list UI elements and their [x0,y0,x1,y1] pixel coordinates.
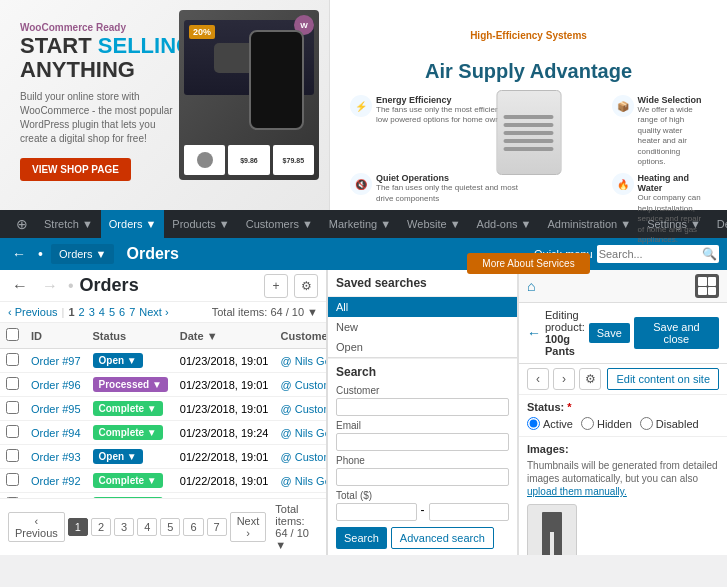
page-btn-4[interactable]: 4 [137,518,157,536]
filter-page-4[interactable]: 4 [99,306,105,318]
page-btn-7[interactable]: 7 [207,518,227,536]
save-close-button[interactable]: Save and close [634,317,719,349]
row-customer[interactable]: @ Nils George [275,349,327,373]
orders-forward-button[interactable]: → [38,275,62,297]
row-checkbox[interactable] [0,421,25,445]
status-badge: Complete ▼ [93,425,163,440]
saved-search-item[interactable]: All [328,297,517,317]
filter-page-2[interactable]: 2 [79,306,85,318]
home-icon[interactable]: ⌂ [527,278,535,294]
row-id[interactable]: Order #94 [25,421,87,445]
next-page-btn[interactable]: Next › [230,512,267,542]
search-button[interactable]: Search [336,527,387,549]
phone-input[interactable] [336,468,509,486]
prev-page-btn[interactable]: ‹ Previous [8,512,65,542]
total-min-input[interactable] [336,503,417,521]
more-info-button[interactable]: More About Services [467,253,589,274]
col-customer[interactable]: Customer [275,323,327,349]
email-input[interactable] [336,433,509,451]
admin-bar-orders[interactable]: Orders ▼ [101,210,165,238]
row-checkbox[interactable] [0,397,25,421]
orders-add-button[interactable]: + [264,274,288,298]
filter-page-7[interactable]: 7 [129,306,135,318]
filter-next[interactable]: Next › [139,306,168,318]
status-disabled-radio[interactable]: Disabled [640,417,699,430]
row-id[interactable]: Order #96 [25,373,87,397]
product-gear-icon[interactable]: ⚙ [579,368,601,390]
product-thumbnail [527,504,577,555]
advanced-search-button[interactable]: Advanced search [391,527,494,549]
grid-view-icon[interactable] [695,274,719,298]
status-hidden-radio[interactable]: Hidden [581,417,632,430]
filter-page-6[interactable]: 6 [119,306,125,318]
product-prev-button[interactable]: ‹ [527,368,549,390]
ac-product-image [496,90,561,178]
saved-search-item[interactable]: Open [328,337,517,357]
edit-content-link[interactable]: Edit content on site [607,368,719,390]
row-checkbox[interactable] [0,373,25,397]
total-max-input[interactable] [429,503,510,521]
row-checkbox[interactable] [0,349,25,373]
row-checkbox[interactable] [0,469,25,493]
filter-page-3[interactable]: 3 [89,306,95,318]
admin-bar-products[interactable]: Products ▼ [164,210,237,238]
filter-prev[interactable]: ‹ Previous [8,306,58,318]
status-badge: Open ▼ [93,449,143,464]
page-btn-3[interactable]: 3 [114,518,134,536]
orders-settings-button[interactable]: ⚙ [294,274,318,298]
admin-bar-customers[interactable]: Customers ▼ [238,210,321,238]
page-btn-1[interactable]: 1 [68,518,88,536]
orders-separator: • [68,277,74,295]
feature-heating-desc: Our company can help installation, servi… [638,193,708,245]
status-active-radio[interactable]: Active [527,417,573,430]
row-status: Complete ▼ [87,421,174,445]
quick-search-input[interactable] [599,248,699,260]
row-customer[interactable]: @ Customer Customer [275,445,327,469]
col-date[interactable]: Date ▼ [174,323,275,349]
product-panel-header: ⌂ [519,270,727,303]
save-button[interactable]: Save [589,323,630,343]
submenu-orders[interactable]: Orders ▼ [51,244,115,264]
bottom-page-info: Total items: 64 / 10 ▼ [275,503,318,551]
status-badge: Processed ▼ [93,377,168,392]
col-status[interactable]: Status [87,323,174,349]
filter-page-5[interactable]: 5 [109,306,115,318]
row-checkbox[interactable] [0,445,25,469]
row-customer[interactable]: @ Customer Customer [275,397,327,421]
row-id[interactable]: Order #93 [25,445,87,469]
ac-vent-3 [504,131,554,135]
product-next-button[interactable]: › [553,368,575,390]
upload-manually-link[interactable]: upload them manually. [527,486,627,497]
table-row: Order #94 Complete ▼ 01/23/2018, 19:24 @… [0,421,326,445]
submenu-forward-button[interactable]: • [34,244,47,264]
admin-bar-site[interactable]: Stretch ▼ [36,210,101,238]
page-btn-2[interactable]: 2 [91,518,111,536]
customer-field: Customer [336,385,509,416]
product-back-button[interactable]: ← [527,325,541,341]
right-panels: Saved searches AllNewOpenUncompletedPlac… [327,270,517,555]
col-id[interactable]: ID [25,323,87,349]
submenu-back-button[interactable]: ← [8,244,30,264]
filter-page-1[interactable]: 1 [68,306,74,318]
woocommerce-banner: WooCommerce Ready START SELLINGANYTHING … [0,0,330,210]
view-shop-button[interactable]: VIEW SHOP PAGE [20,158,131,181]
orders-back-button[interactable]: ← [8,275,32,297]
row-id[interactable]: Order #92 [25,469,87,493]
row-customer[interactable]: @ Nils George [275,469,327,493]
feature-wide-text: Wide Selection We offer a wide range of … [638,95,708,167]
row-customer[interactable]: @ Nils George [275,421,327,445]
product-card-1 [184,145,225,175]
page-btn-5[interactable]: 5 [160,518,180,536]
row-id[interactable]: Order #97 [25,349,87,373]
row-id[interactable]: Order #95 [25,397,87,421]
saved-search-item[interactable]: New [328,317,517,337]
row-customer[interactable]: @ Customer Customer [275,373,327,397]
page-btn-6[interactable]: 6 [183,518,203,536]
status-hidden-input[interactable] [581,417,594,430]
status-disabled-input[interactable] [640,417,653,430]
total-separator: - [421,503,425,521]
admin-bar-design[interactable]: Design ▼ [709,210,727,238]
customer-input[interactable] [336,398,509,416]
status-active-input[interactable] [527,417,540,430]
select-all-checkbox[interactable] [6,328,19,341]
